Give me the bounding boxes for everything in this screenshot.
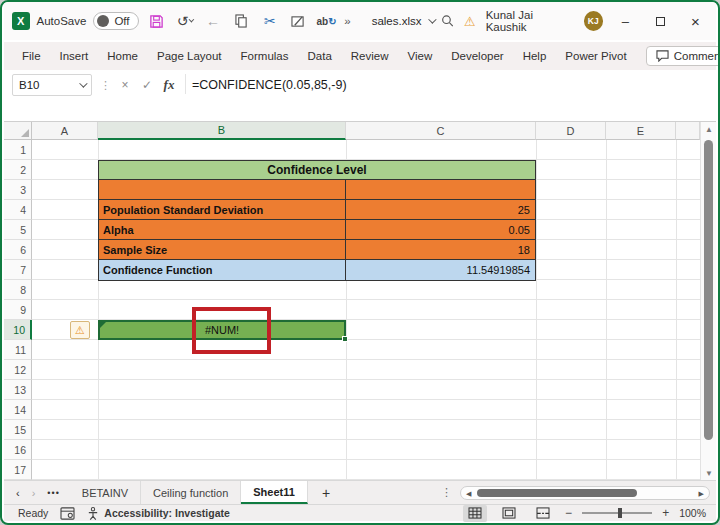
table-cell-label[interactable]: Alpha xyxy=(99,220,346,239)
select-all-corner[interactable] xyxy=(4,122,32,140)
scroll-right-icon[interactable]: ▶ xyxy=(699,488,704,499)
avatar[interactable]: KJ xyxy=(584,11,603,31)
search-icon[interactable] xyxy=(441,14,454,28)
fill-handle[interactable] xyxy=(342,336,348,342)
row-header-7[interactable]: 7 xyxy=(4,260,32,280)
page-layout-view-button[interactable] xyxy=(497,505,521,522)
row-header-15[interactable]: 15 xyxy=(4,420,32,440)
page-break-view-button[interactable] xyxy=(531,505,555,522)
row-header-8[interactable]: 8 xyxy=(4,280,32,300)
ribbon-tab-data[interactable]: Data xyxy=(308,50,332,62)
scroll-up-icon[interactable]: ▲ xyxy=(701,122,716,136)
close-button[interactable]: × xyxy=(683,9,708,33)
find-replace-button[interactable]: ab↻ xyxy=(316,10,337,32)
column-header-partial[interactable] xyxy=(676,122,700,140)
zoom-level[interactable]: 100% xyxy=(679,507,706,519)
row-header-9[interactable]: 9 xyxy=(4,300,32,320)
sheet-nav-left-icon[interactable]: ‹ xyxy=(16,487,20,499)
zoom-in-button[interactable]: + xyxy=(662,506,669,520)
new-sheet-button[interactable]: + xyxy=(308,481,344,504)
table-cell-value[interactable] xyxy=(346,180,535,199)
macro-record-icon[interactable] xyxy=(60,507,75,520)
table-cell-value[interactable]: 0.05 xyxy=(346,220,535,239)
sheet-tab-betainv[interactable]: BETAINV xyxy=(70,481,141,504)
horizontal-scrollbar[interactable]: ◀ ▶ xyxy=(460,486,710,500)
column-header-a[interactable]: A xyxy=(32,122,98,140)
more-commands-icon[interactable]: » xyxy=(344,15,350,27)
ribbon-tab-help[interactable]: Help xyxy=(523,50,547,62)
document-title[interactable]: sales.xlsx xyxy=(372,15,434,27)
ribbon-tab-page-layout[interactable]: Page Layout xyxy=(157,50,222,62)
ribbon-tab-formulas[interactable]: Formulas xyxy=(241,50,289,62)
normal-view-button[interactable] xyxy=(463,505,487,522)
back-button[interactable]: ← xyxy=(202,10,223,32)
sheet-tab-ceiling-function[interactable]: Ceiling function xyxy=(141,481,241,504)
row-header-2[interactable]: 2 xyxy=(4,160,32,180)
formula-bar: B10 ⋮ × ✓ fx =CONFIDENCE(0.05,85,-9) xyxy=(4,70,716,122)
cancel-button[interactable]: × xyxy=(115,75,135,95)
table-cell-label[interactable] xyxy=(99,180,346,199)
zoom-out-button[interactable]: − xyxy=(565,506,572,520)
dots-vertical-icon[interactable]: ⋮ xyxy=(441,486,452,499)
column-header-c[interactable]: C xyxy=(346,122,536,140)
scroll-left-icon[interactable]: ◀ xyxy=(466,488,471,499)
row-header-14[interactable]: 14 xyxy=(4,400,32,420)
row-header-6[interactable]: 6 xyxy=(4,240,32,260)
formula-input[interactable]: =CONFIDENCE(0.05,85,-9) xyxy=(192,74,347,96)
cells-area[interactable]: Confidence Level Population Standard Dev… xyxy=(32,140,700,480)
table-cell-value[interactable]: 25 xyxy=(346,200,535,219)
ribbon-tab-insert[interactable]: Insert xyxy=(60,50,89,62)
zoom-slider-thumb[interactable] xyxy=(618,508,622,518)
cut-button[interactable]: ✂ xyxy=(259,10,280,32)
insert-function-button[interactable]: fx xyxy=(159,75,179,95)
enter-button[interactable]: ✓ xyxy=(137,75,157,95)
gridline xyxy=(606,140,607,480)
minimize-button[interactable]: – xyxy=(613,9,638,33)
table-cell-value[interactable]: 18 xyxy=(346,240,535,259)
table-title-cell[interactable]: Confidence Level xyxy=(99,161,535,180)
row-header-11[interactable]: 11 xyxy=(4,340,32,360)
maximize-button[interactable] xyxy=(648,9,673,33)
save-button[interactable] xyxy=(146,10,167,32)
ribbon-tab-home[interactable]: Home xyxy=(107,50,138,62)
table-cell-label[interactable]: Population Standard Deviation xyxy=(99,200,346,219)
row-header-1[interactable]: 1 xyxy=(4,140,32,160)
name-box[interactable]: B10 xyxy=(12,74,92,96)
sheet-nav-right-icon[interactable]: › xyxy=(32,487,36,499)
row-header-4[interactable]: 4 xyxy=(4,200,32,220)
comments-button[interactable]: Comments xyxy=(646,46,720,66)
row-header-10[interactable]: 10 xyxy=(4,320,32,340)
ribbon-tab-power-pivot[interactable]: Power Pivot xyxy=(565,50,626,62)
column-header-d[interactable]: D xyxy=(536,122,606,140)
ribbon-tab-file[interactable]: File xyxy=(22,50,41,62)
undo-button[interactable]: ↺ xyxy=(174,10,195,32)
row-header-3[interactable]: 3 xyxy=(4,180,32,200)
ribbon-tab-view[interactable]: View xyxy=(408,50,433,62)
row-header-5[interactable]: 5 xyxy=(4,220,32,240)
row-header-17[interactable]: 17 xyxy=(4,460,32,480)
ribbon-tab-developer[interactable]: Developer xyxy=(451,50,503,62)
copy-button[interactable] xyxy=(231,10,252,32)
vertical-scroll-thumb[interactable] xyxy=(704,140,713,440)
horizontal-scroll-thumb[interactable] xyxy=(477,489,637,497)
row-header-13[interactable]: 13 xyxy=(4,380,32,400)
column-header-b[interactable]: B xyxy=(98,122,346,140)
accessibility-status[interactable]: Accessibility: Investigate xyxy=(87,507,229,520)
row-header-16[interactable]: 16 xyxy=(4,440,32,460)
user-name-label[interactable]: Kunal Jai Kaushik xyxy=(486,9,574,33)
error-trace-button[interactable]: ⚠ xyxy=(70,321,90,339)
zoom-slider[interactable] xyxy=(582,512,652,514)
alert-warning-icon[interactable]: ⚠ xyxy=(464,14,476,29)
picture-edit-button[interactable] xyxy=(287,10,308,32)
sheet-list-icon[interactable]: ••• xyxy=(47,488,59,498)
autosave-toggle[interactable]: Off xyxy=(93,12,138,30)
vertical-scrollbar[interactable]: ▲ ▼ xyxy=(700,122,716,480)
table-cell-label[interactable]: Confidence Function xyxy=(99,260,346,280)
row-header-12[interactable]: 12 xyxy=(4,360,32,380)
column-header-e[interactable]: E xyxy=(606,122,676,140)
ribbon-tab-review[interactable]: Review xyxy=(351,50,389,62)
scroll-down-icon[interactable]: ▼ xyxy=(701,466,716,480)
table-cell-value[interactable]: 11.54919854 xyxy=(346,260,535,280)
sheet-tab-sheet11[interactable]: Sheet11 xyxy=(241,481,308,504)
table-cell-label[interactable]: Sample Size xyxy=(99,240,346,259)
